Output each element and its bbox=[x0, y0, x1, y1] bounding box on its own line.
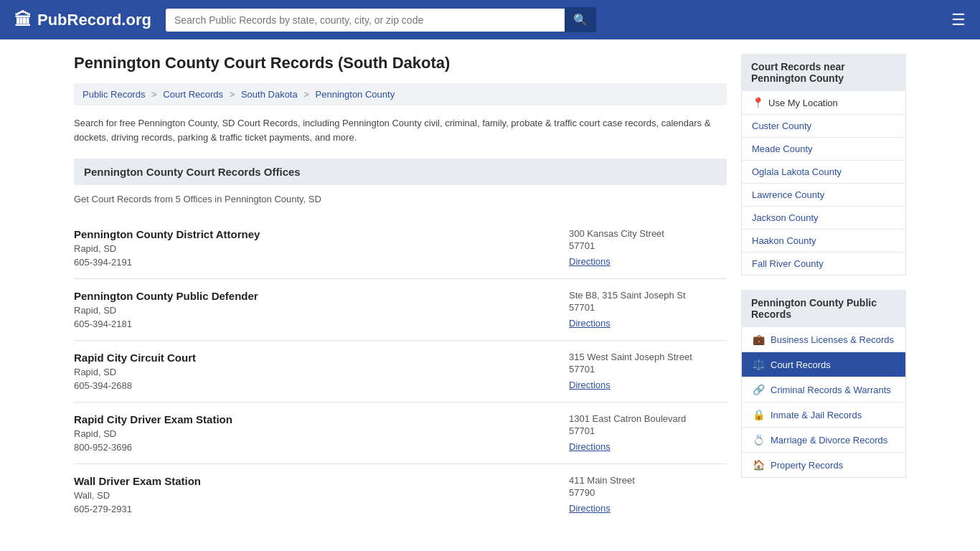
office-city: Rapid, SD bbox=[74, 367, 196, 377]
search-button[interactable]: 🔍 bbox=[565, 7, 596, 32]
office-info-left: Rapid City Driver Exam Station Rapid, SD… bbox=[74, 413, 232, 453]
menu-button[interactable]: ☰ bbox=[951, 11, 966, 29]
office-info-left: Pennington County District Attorney Rapi… bbox=[74, 228, 260, 268]
location-icon: 📍 bbox=[752, 97, 764, 108]
directions-link[interactable]: Directions bbox=[569, 441, 611, 452]
office-name: Wall Driver Exam Station bbox=[74, 475, 201, 487]
office-phone: 605-394-2688 bbox=[74, 380, 196, 391]
office-zip: 57701 bbox=[569, 425, 727, 436]
office-street: 300 Kansas City Street bbox=[569, 228, 727, 239]
nearby-county-meade[interactable]: Meade County bbox=[742, 138, 905, 161]
office-name: Rapid City Circuit Court bbox=[74, 352, 196, 364]
office-street: 315 West Saint Joseph Street bbox=[569, 352, 727, 362]
office-zip: 57701 bbox=[569, 302, 727, 313]
office-street: 1301 East Catron Boulevard bbox=[569, 413, 727, 424]
rec-property-records[interactable]: 🏠 Property Records bbox=[742, 453, 905, 477]
menu-icon: ☰ bbox=[951, 11, 966, 29]
nearby-counties-list: 📍 Use My Location Custer County Meade Co… bbox=[741, 91, 906, 276]
page-description: Search for free Pennington County, SD Co… bbox=[74, 116, 727, 144]
logo-text: PubRecord.org bbox=[37, 11, 151, 29]
office-phone: 605-394-2181 bbox=[74, 319, 258, 329]
directions-link[interactable]: Directions bbox=[569, 380, 611, 390]
office-info-right: 315 West Saint Joseph Street 57701 Direc… bbox=[569, 352, 727, 390]
main-container: Pennington County Court Records (South D… bbox=[60, 39, 920, 540]
breadcrumb-public-records[interactable]: Public Records bbox=[83, 89, 145, 100]
directions-link[interactable]: Directions bbox=[569, 256, 611, 267]
office-name: Pennington County District Attorney bbox=[74, 228, 260, 240]
offices-list: Pennington County District Attorney Rapi… bbox=[74, 217, 727, 525]
office-card: Rapid City Driver Exam Station Rapid, SD… bbox=[74, 402, 727, 464]
search-bar: 🔍 bbox=[166, 7, 596, 32]
offices-subtext: Get Court Records from 5 Offices in Penn… bbox=[74, 194, 727, 204]
use-location-label: Use My Location bbox=[768, 98, 838, 108]
office-info-right: 300 Kansas City Street 57701 Directions bbox=[569, 228, 727, 267]
breadcrumb-south-dakota[interactable]: South Dakota bbox=[241, 89, 298, 100]
office-info-right: 1301 East Catron Boulevard 57701 Directi… bbox=[569, 413, 727, 452]
search-icon: 🔍 bbox=[573, 14, 588, 26]
content-area: Pennington County Court Records (South D… bbox=[74, 54, 727, 525]
office-zip: 57701 bbox=[569, 364, 727, 375]
nearby-county-jackson[interactable]: Jackson County bbox=[742, 207, 905, 230]
breadcrumb-pennington-county[interactable]: Pennington County bbox=[316, 89, 395, 100]
offices-section-header: Pennington County Court Records Offices bbox=[74, 159, 727, 185]
office-card: Wall Driver Exam Station Wall, SD 605-27… bbox=[74, 464, 727, 525]
office-phone: 605-279-2931 bbox=[74, 504, 201, 514]
rec-business-licenses[interactable]: 💼 Business Licenses & Records bbox=[742, 327, 905, 352]
logo-icon: 🏛 bbox=[14, 10, 32, 30]
nearby-county-custer[interactable]: Custer County bbox=[742, 115, 905, 138]
breadcrumb-sep-1: > bbox=[151, 89, 157, 100]
ring-icon: 💍 bbox=[752, 434, 765, 446]
office-info-right: Ste B8, 315 Saint Joseph St 57701 Direct… bbox=[569, 290, 727, 329]
breadcrumb: Public Records > Court Records > South D… bbox=[74, 83, 727, 105]
breadcrumb-court-records[interactable]: Court Records bbox=[163, 89, 223, 100]
briefcase-icon: 💼 bbox=[752, 334, 765, 345]
office-name: Pennington County Public Defender bbox=[74, 290, 258, 302]
header: 🏛 PubRecord.org 🔍 ☰ bbox=[0, 0, 980, 39]
office-city: Wall, SD bbox=[74, 490, 201, 501]
office-zip: 57701 bbox=[569, 240, 727, 251]
office-info-left: Wall Driver Exam Station Wall, SD 605-27… bbox=[74, 475, 201, 514]
office-card: Pennington County Public Defender Rapid,… bbox=[74, 279, 727, 341]
lock-icon: 🔒 bbox=[752, 409, 765, 420]
rec-marriage-records[interactable]: 💍 Marriage & Divorce Records bbox=[742, 428, 905, 453]
use-my-location[interactable]: 📍 Use My Location bbox=[742, 91, 905, 115]
nearby-county-fall-river[interactable]: Fall River County bbox=[742, 253, 905, 275]
breadcrumb-sep-3: > bbox=[303, 89, 309, 100]
directions-link[interactable]: Directions bbox=[569, 503, 611, 514]
page-title: Pennington County Court Records (South D… bbox=[74, 54, 727, 72]
chain-icon: 🔗 bbox=[752, 384, 765, 395]
logo[interactable]: 🏛 PubRecord.org bbox=[14, 10, 151, 30]
nearby-county-haakon[interactable]: Haakon County bbox=[742, 230, 905, 253]
breadcrumb-sep-2: > bbox=[230, 89, 235, 100]
office-zip: 57790 bbox=[569, 487, 727, 498]
office-phone: 605-394-2191 bbox=[74, 257, 260, 268]
scales-icon: ⚖️ bbox=[752, 359, 765, 370]
rec-criminal-records[interactable]: 🔗 Criminal Records & Warrants bbox=[742, 377, 905, 402]
office-info-left: Pennington County Public Defender Rapid,… bbox=[74, 290, 258, 329]
office-city: Rapid, SD bbox=[74, 243, 260, 254]
office-street: Ste B8, 315 Saint Joseph St bbox=[569, 290, 727, 301]
office-info-left: Rapid City Circuit Court Rapid, SD 605-3… bbox=[74, 352, 196, 391]
office-card: Rapid City Circuit Court Rapid, SD 605-3… bbox=[74, 341, 727, 402]
public-records-list: 💼 Business Licenses & Records ⚖️ Court R… bbox=[741, 327, 906, 478]
house-icon: 🏠 bbox=[752, 459, 765, 471]
search-input[interactable] bbox=[166, 9, 565, 32]
office-name: Rapid City Driver Exam Station bbox=[74, 413, 232, 425]
office-city: Rapid, SD bbox=[74, 305, 258, 316]
nearby-county-lawrence[interactable]: Lawrence County bbox=[742, 184, 905, 207]
office-card: Pennington County District Attorney Rapi… bbox=[74, 217, 727, 279]
office-info-right: 411 Main Street 57790 Directions bbox=[569, 475, 727, 514]
sidebar: Court Records near Pennington County 📍 U… bbox=[741, 54, 906, 525]
office-street: 411 Main Street bbox=[569, 475, 727, 486]
nearby-section-title: Court Records near Pennington County bbox=[741, 54, 906, 91]
directions-link[interactable]: Directions bbox=[569, 318, 611, 329]
rec-court-records[interactable]: ⚖️ Court Records bbox=[742, 352, 905, 377]
public-records-section-title: Pennington County Public Records bbox=[741, 290, 906, 327]
office-phone: 800-952-3696 bbox=[74, 442, 232, 453]
rec-inmate-records[interactable]: 🔒 Inmate & Jail Records bbox=[742, 402, 905, 428]
nearby-county-oglala[interactable]: Oglala Lakota County bbox=[742, 161, 905, 184]
office-city: Rapid, SD bbox=[74, 428, 232, 439]
